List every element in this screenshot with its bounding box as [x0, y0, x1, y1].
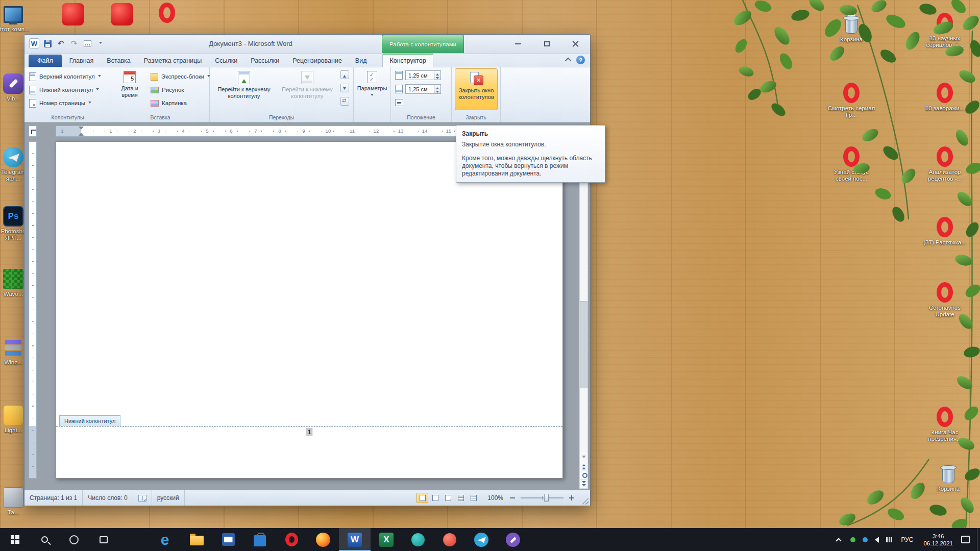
date-time-button[interactable]: Дата и время — [114, 68, 145, 111]
taskbar-file-explorer[interactable] — [181, 528, 212, 551]
spinner-arrows[interactable] — [434, 70, 441, 80]
scroll-down-icon[interactable] — [580, 452, 587, 461]
taskbar-store[interactable] — [244, 528, 276, 551]
redo-button[interactable] — [68, 38, 80, 49]
start-button[interactable] — [0, 528, 30, 551]
close-header-footer-button[interactable]: Закрыть окно колонтитулов — [455, 68, 498, 110]
taskbar-telegram[interactable] — [465, 528, 497, 551]
undo-button[interactable] — [55, 38, 66, 49]
outline-view-button[interactable] — [455, 493, 467, 503]
desktop-icon-opera[interactable] — [148, 2, 186, 23]
tab-view[interactable]: Вид — [349, 55, 374, 67]
clock[interactable]: 3:46 06.12.2021 — [923, 533, 953, 547]
tab-selector[interactable] — [29, 126, 37, 137]
header-from-top-spinner[interactable]: 1,25 см — [395, 70, 441, 80]
footer-from-bottom-value[interactable]: 1,25 см — [405, 84, 434, 94]
tab-review[interactable]: Рецензирование — [286, 55, 349, 67]
minimize-button[interactable] — [507, 37, 529, 51]
zoom-slider-thumb[interactable] — [544, 494, 549, 502]
desktop-icon-watch-serial[interactable]: Смотреть сериал Гр... — [827, 82, 876, 118]
taskbar-excel[interactable] — [371, 528, 402, 551]
scrollbar-thumb[interactable] — [580, 301, 587, 388]
desktop-icon-red-app-1[interactable] — [54, 3, 92, 26]
tab-insert[interactable]: Вставка — [100, 55, 137, 67]
page-number-field[interactable]: 1 — [306, 428, 312, 436]
web-layout-view-button[interactable] — [442, 493, 454, 503]
spelling-button[interactable] — [82, 38, 93, 49]
close-button[interactable] — [565, 37, 586, 51]
taskbar-teal-app[interactable] — [402, 528, 434, 551]
network-icon[interactable] — [886, 537, 892, 542]
document-page[interactable]: Нижний колонтитул 1 — [56, 141, 563, 479]
desktop-icon-10-zavorazh[interactable]: 10 заворажи... — [920, 82, 969, 112]
maximize-button[interactable] — [536, 37, 557, 51]
draft-view-button[interactable] — [468, 493, 479, 503]
green-status-icon[interactable] — [850, 537, 855, 542]
word-count[interactable]: Число слов: 0 — [83, 490, 133, 506]
left-indent-marker[interactable] — [79, 130, 84, 136]
desktop-icon-coronavirus-update[interactable]: Coronavirus Update — [920, 282, 969, 318]
desktop-icon-recycle-bin[interactable]: Корзина — [827, 12, 876, 43]
options-dropdown[interactable]: Параметры — [356, 68, 388, 117]
link-to-previous-button[interactable] — [340, 97, 349, 106]
save-button[interactable] — [42, 38, 53, 49]
zoom-in-button[interactable] — [568, 494, 576, 502]
quick-parts-dropdown[interactable]: Экспресс-блоки — [146, 70, 209, 83]
zoom-slider[interactable] — [521, 497, 564, 498]
taskbar-red-app[interactable] — [434, 528, 465, 551]
next-section-button[interactable] — [340, 84, 349, 92]
taskbar-mail[interactable] — [212, 528, 244, 551]
language-switcher[interactable]: РУС — [901, 536, 913, 543]
taskbar-viber[interactable] — [497, 528, 529, 551]
picture-button[interactable]: Рисунок — [146, 83, 209, 96]
header-dropdown[interactable]: Верхний колонтитул — [24, 70, 111, 83]
desktop-icon-analizator[interactable]: Анализатор рецептов -... — [920, 146, 969, 182]
notification-center-icon[interactable] — [961, 536, 970, 543]
desktop-icon-red-app-2[interactable] — [103, 3, 141, 26]
taskbar-firefox[interactable] — [307, 528, 339, 551]
tab-page-layout[interactable]: Разметка страницы — [137, 55, 208, 67]
blue-status-icon[interactable] — [863, 537, 868, 542]
previous-page-button[interactable] — [580, 461, 587, 470]
taskbar-opera[interactable] — [276, 528, 307, 551]
tab-references[interactable]: Ссылки — [208, 55, 244, 67]
go-to-header-button[interactable]: Перейти к верхнему колонтитулу — [213, 68, 275, 112]
next-page-button[interactable] — [580, 479, 587, 488]
go-to-footer-button[interactable]: Перейти к нижнему колонтитулу — [276, 68, 338, 112]
taskbar-edge[interactable] — [149, 528, 181, 551]
zoom-level[interactable]: 100% — [487, 494, 503, 502]
proofing-status[interactable] — [133, 490, 152, 506]
full-screen-view-button[interactable] — [429, 493, 441, 503]
help-button[interactable] — [576, 56, 585, 64]
page-number-dropdown[interactable]: Номер страницы — [24, 96, 111, 110]
tab-design-header-footer[interactable]: Конструктор — [382, 54, 433, 67]
desktop-icon-uznaj-status[interactable]: Узнай статус своей пос... — [827, 146, 876, 182]
task-view-button[interactable] — [89, 528, 118, 551]
desktop-icon-13-serials[interactable]: 13 научных сериалов, в... — [920, 12, 969, 48]
footer-dropdown[interactable]: Нижний колонтитул — [24, 83, 111, 96]
vertical-scrollbar[interactable] — [579, 138, 588, 489]
tab-mailings[interactable]: Рассылки — [244, 55, 286, 67]
zoom-out-button[interactable] — [508, 494, 517, 502]
tab-file[interactable]: Файл — [29, 55, 62, 67]
desktop-icon-recycle-bin-2[interactable]: Корзина — [924, 462, 973, 492]
desktop-icon-rastyazhka[interactable]: (37) Растяжка... — [920, 216, 969, 246]
insert-alignment-tab-button[interactable] — [395, 99, 403, 106]
page-indicator[interactable]: Страница: 1 из 1 — [24, 490, 83, 506]
show-desktop-button[interactable] — [977, 528, 980, 551]
resize-grip[interactable] — [582, 498, 589, 505]
clipart-button[interactable]: Картинка — [146, 96, 209, 110]
header-from-top-value[interactable]: 1,25 см — [405, 70, 434, 80]
word-logo-icon[interactable] — [29, 38, 40, 49]
tab-home[interactable]: Главная — [63, 55, 101, 67]
title-bar[interactable]: Документ3 - Microsoft Word Работа с коло… — [24, 35, 590, 54]
previous-section-button[interactable] — [340, 70, 349, 79]
select-browse-object-button[interactable] — [580, 470, 587, 479]
language-indicator[interactable]: русский — [152, 490, 185, 506]
cortana-button[interactable] — [59, 528, 89, 551]
desktop-icon-kniga[interactable]: Книга Час презрения... — [920, 406, 969, 442]
print-layout-view-button[interactable] — [416, 493, 428, 503]
taskbar-word[interactable] — [339, 528, 371, 551]
customize-qat-button[interactable] — [95, 38, 106, 49]
spinner-arrows[interactable] — [434, 84, 441, 94]
